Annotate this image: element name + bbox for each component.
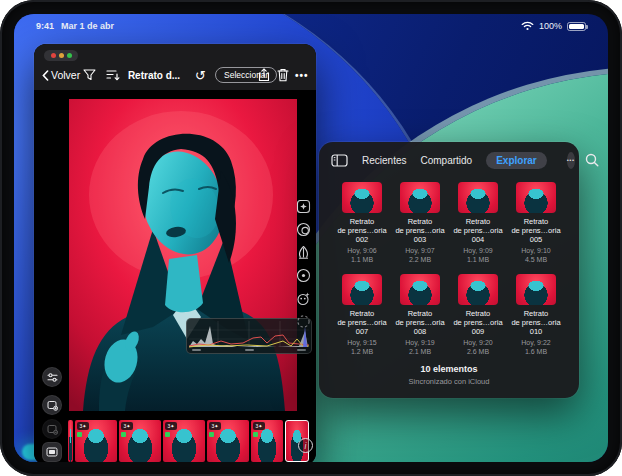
filter-button[interactable] [83, 63, 96, 87]
file-item[interactable]: Retratode prens…oria 010 Hoy, 9:221.6 MB [507, 274, 565, 356]
file-name: Retrato [524, 309, 549, 318]
file-size: 1.2 MB [351, 348, 373, 355]
tab-compartido[interactable]: Compartido [420, 155, 472, 166]
film-thumb[interactable]: 3✦ [251, 420, 283, 462]
file-name: Retrato [524, 217, 549, 226]
star-icon: ✦ [82, 423, 86, 429]
file-name: Retrato [408, 309, 433, 318]
star-icon: ✦ [214, 423, 218, 429]
synced-dot [209, 432, 214, 437]
trash-icon [277, 68, 289, 82]
file-time: Hoy, 9:20 [463, 339, 492, 346]
file-time: Hoy, 9:10 [521, 247, 550, 254]
file-size: 1.6 MB [525, 348, 547, 355]
film-thumb-partial[interactable] [68, 420, 73, 462]
histogram-chart [187, 319, 311, 353]
file-thumbnail[interactable] [400, 182, 440, 213]
file-thumbnail[interactable] [458, 182, 498, 213]
back-label: Volver [51, 69, 80, 81]
effects-sparkle-icon [296, 291, 311, 306]
file-thumbnail[interactable] [342, 274, 382, 305]
edit-count-badge: 3✦ [77, 422, 89, 430]
ellipsis-icon: ••• [567, 157, 575, 163]
search-icon [585, 153, 599, 167]
window-controls[interactable] [44, 50, 78, 61]
file-item[interactable]: Retratode prens…oria 005 Hoy, 9:104.5 MB [507, 182, 565, 264]
funnel-icon [83, 69, 96, 81]
effects-tool-button[interactable] [295, 290, 311, 306]
portrait-artwork [69, 99, 297, 411]
delete-button[interactable] [277, 63, 289, 87]
filmstrip: 3✦ 3✦ 3✦ 3✦ [34, 418, 316, 462]
edit-count-badge: 3✦ [253, 422, 265, 430]
histogram-tick-labels [187, 349, 311, 351]
exposure-tool-button[interactable] [295, 267, 311, 283]
file-item[interactable]: Retratode prens…oria 004 Hoy, 9:091.1 MB [449, 182, 507, 264]
info-button[interactable]: i [298, 438, 313, 453]
filters-tool-button[interactable] [295, 198, 311, 214]
copy-edits-button[interactable] [42, 395, 62, 415]
file-thumbnail[interactable] [516, 182, 556, 213]
file-item[interactable]: Retratode prens…oria 009 Hoy, 9:202.6 MB [449, 274, 507, 356]
file-size: 1.1 MB [467, 256, 489, 263]
sidebar-toggle-button[interactable] [331, 154, 348, 167]
file-size: 2.2 MB [409, 256, 431, 263]
ipad-device-frame: 9:41Mar 1 de abr 100% [0, 0, 622, 476]
file-thumbnail[interactable] [458, 274, 498, 305]
file-item[interactable]: Retratode prens…oria 002 Hoy, 9:061.1 MB [333, 182, 391, 264]
browser-tabs: Recientes Compartido Explorar [362, 152, 547, 169]
curves-icon [296, 245, 311, 260]
file-thumbnail[interactable] [400, 274, 440, 305]
sliders-icon [47, 372, 58, 383]
undo-icon: ↺ [195, 68, 206, 83]
star-icon: ✦ [126, 423, 130, 429]
film-thumb[interactable]: 3✦ [207, 420, 249, 462]
ipad-screen: 9:41Mar 1 de abr 100% [14, 14, 608, 462]
zoom-window-dot[interactable] [67, 53, 72, 58]
browser-more-button[interactable]: ••• [567, 152, 575, 169]
film-thumb[interactable]: 3✦ [75, 420, 117, 462]
edit-count-badge: 3✦ [121, 422, 133, 430]
editor-toolbar-row: Volver Retrato d... ↺ Seleccionar [34, 63, 316, 87]
white-balance-icon [296, 222, 311, 237]
file-name: Retrato [350, 309, 375, 318]
more-icon: ••• [295, 70, 309, 81]
sort-button[interactable] [106, 63, 120, 87]
battery-icon [567, 22, 586, 31]
photo-canvas[interactable] [69, 99, 297, 411]
file-thumbnail[interactable] [516, 274, 556, 305]
minimize-window-dot[interactable] [59, 53, 64, 58]
file-time: Hoy, 9:07 [405, 247, 434, 254]
back-button[interactable]: Volver [42, 63, 80, 87]
history-tool-button[interactable] [295, 313, 311, 329]
file-time: Hoy, 9:15 [347, 339, 376, 346]
file-item[interactable]: Retratode prens…oria 007 Hoy, 9:151.2 MB [333, 274, 391, 356]
adjustments-button[interactable] [42, 367, 62, 387]
info-icon: i [305, 441, 307, 451]
share-button[interactable] [258, 63, 270, 87]
file-item[interactable]: Retratode prens…oria 003 Hoy, 9:072.2 MB [391, 182, 449, 264]
undo-button[interactable]: ↺ [195, 63, 206, 87]
file-name: Retrato [350, 217, 375, 226]
star-icon: ✦ [258, 423, 262, 429]
document-title: Retrato d... [119, 63, 189, 87]
tab-explorar[interactable]: Explorar [486, 152, 547, 169]
synced-dot [77, 432, 82, 437]
file-item[interactable]: Retratode prens…oria 008 Hoy, 9:192.1 MB [391, 274, 449, 356]
tab-recientes[interactable]: Recientes [362, 155, 406, 166]
file-time: Hoy, 9:22 [521, 339, 550, 346]
film-thumb[interactable]: 3✦ [119, 420, 161, 462]
file-size: 2.1 MB [409, 348, 431, 355]
file-name: Retrato [466, 309, 491, 318]
curves-tool-button[interactable] [295, 244, 311, 260]
synced-dot [165, 432, 170, 437]
status-bar: 9:41Mar 1 de abr 100% [14, 18, 608, 34]
film-thumb[interactable]: 3✦ [163, 420, 205, 462]
edit-tool-rail [294, 198, 312, 329]
close-window-dot[interactable] [51, 53, 56, 58]
editor-toolbar: Volver Retrato d... ↺ Seleccionar [34, 44, 316, 90]
more-button[interactable]: ••• [295, 63, 309, 87]
file-thumbnail[interactable] [342, 182, 382, 213]
white-balance-tool-button[interactable] [295, 221, 311, 237]
search-button[interactable] [585, 153, 599, 167]
